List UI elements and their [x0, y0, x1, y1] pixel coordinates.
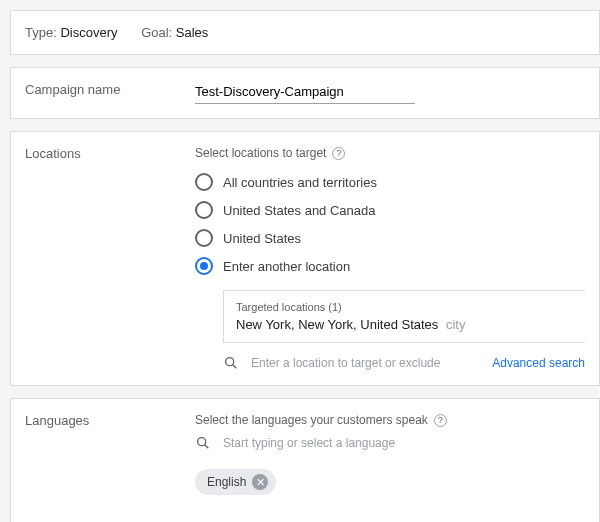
- location-option-label: United States and Canada: [223, 203, 376, 218]
- svg-point-2: [198, 438, 206, 446]
- campaign-name-card: Campaign name: [10, 67, 600, 119]
- search-icon: [223, 355, 239, 371]
- location-option-us[interactable]: United States: [195, 224, 585, 252]
- campaign-name-input[interactable]: [195, 82, 415, 104]
- location-option-us-canada[interactable]: United States and Canada: [195, 196, 585, 224]
- search-icon: [195, 435, 211, 451]
- language-search-input[interactable]: [221, 435, 585, 451]
- location-search-input[interactable]: [249, 355, 462, 371]
- location-option-label: United States: [223, 231, 301, 246]
- svg-line-3: [205, 445, 209, 449]
- goal-key: Goal:: [141, 25, 172, 40]
- locations-label: Locations: [25, 146, 195, 371]
- language-chip[interactable]: English ✕: [195, 469, 276, 495]
- advanced-search-link[interactable]: Advanced search: [492, 356, 585, 370]
- location-option-all[interactable]: All countries and territories: [195, 168, 585, 196]
- targeted-locations-box: Targeted locations (1) New York, New Yor…: [223, 290, 585, 343]
- location-option-custom[interactable]: Enter another location: [195, 252, 585, 280]
- type-value: Discovery: [60, 25, 117, 40]
- help-icon[interactable]: ?: [434, 414, 447, 427]
- radio-icon: [195, 257, 213, 275]
- languages-label: Languages: [25, 413, 195, 495]
- locations-heading: Select locations to target: [195, 146, 326, 160]
- languages-heading: Select the languages your customers spea…: [195, 413, 428, 427]
- targeted-locations-heading: Targeted locations (1): [236, 301, 573, 313]
- targeted-location-name: New York, New York, United States: [236, 317, 438, 332]
- svg-line-1: [233, 365, 237, 369]
- languages-card: Languages Select the languages your cust…: [10, 398, 600, 522]
- radio-icon: [195, 173, 213, 191]
- radio-icon: [195, 201, 213, 219]
- targeted-location-row[interactable]: New York, New York, United States city: [236, 317, 573, 332]
- location-option-label: All countries and territories: [223, 175, 377, 190]
- location-option-label: Enter another location: [223, 259, 350, 274]
- campaign-name-label: Campaign name: [25, 82, 195, 104]
- locations-card: Locations Select locations to target ? A…: [10, 131, 600, 386]
- type-key: Type:: [25, 25, 57, 40]
- goal-value: Sales: [176, 25, 209, 40]
- svg-point-0: [226, 358, 234, 366]
- help-icon[interactable]: ?: [332, 147, 345, 160]
- campaign-header: Type: Discovery Goal: Sales: [10, 10, 600, 55]
- remove-chip-icon[interactable]: ✕: [252, 474, 268, 490]
- language-chip-label: English: [207, 475, 246, 489]
- targeted-location-kind: city: [446, 317, 466, 332]
- radio-icon: [195, 229, 213, 247]
